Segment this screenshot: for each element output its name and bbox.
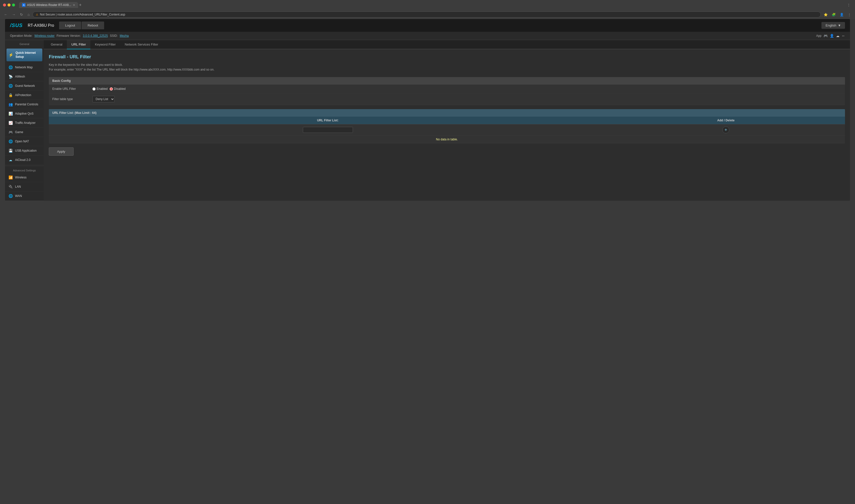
enabled-radio[interactable] xyxy=(92,87,95,91)
sidebar-item-aiprotection[interactable]: 🔒 AiProtection xyxy=(5,91,44,100)
asus-logo: /SUS xyxy=(10,22,23,28)
navigation-bar: ← → ↻ ⌂ ⚠ Not Secure | router.asus.com/A… xyxy=(0,10,855,19)
logout-button[interactable]: Logout xyxy=(59,21,81,29)
new-tab-button[interactable]: + xyxy=(79,2,82,8)
address-bar[interactable]: ⚠ Not Secure | router.asus.com/Advanced_… xyxy=(33,12,821,18)
cloud-icon: ☁ xyxy=(836,34,839,38)
sidebar-item-label: Wireless xyxy=(15,176,26,179)
language-selector[interactable]: English ▼ xyxy=(821,22,845,29)
profile-button[interactable]: 👤 xyxy=(838,12,845,17)
enable-url-filter-row: Enable URL Filter Enabled Disabled xyxy=(49,85,845,93)
sidebar-item-label: USB Application xyxy=(15,149,37,152)
sidebar-item-aicloud[interactable]: ☁ AiCloud 2.0 xyxy=(5,156,44,165)
op-mode-icons: App 🎮 👤 ☁ ↔ xyxy=(816,34,845,38)
no-data-message: No data in table. xyxy=(49,136,845,143)
sidebar-item-parental-controls[interactable]: 👥 Parental Controls xyxy=(5,100,44,109)
settings-button[interactable]: ⋮ xyxy=(846,12,853,17)
disabled-radio[interactable] xyxy=(110,87,113,91)
user-icon: 👤 xyxy=(830,34,834,38)
sidebar-divider xyxy=(5,166,44,166)
security-icon: ⚠ xyxy=(36,13,38,16)
enable-url-filter-controls: Enabled Disabled xyxy=(92,87,126,91)
maximize-traffic-light[interactable] xyxy=(12,3,15,6)
bookmark-button[interactable]: ⭐ xyxy=(822,12,829,17)
url-filter-input[interactable] xyxy=(303,127,353,133)
parental-controls-icon: 👥 xyxy=(8,102,13,106)
sidebar-item-label: Game xyxy=(15,130,23,134)
filter-table-type-row: Filter table type Deny List Allow List xyxy=(49,93,845,105)
lan-icon: 🔌 xyxy=(8,185,13,189)
sidebar-item-label: Parental Controls xyxy=(15,103,38,106)
apply-button[interactable]: Apply xyxy=(49,147,74,156)
sidebar-item-label: AiProtection xyxy=(15,93,31,97)
tab-general[interactable]: General xyxy=(46,40,67,49)
sidebar-item-usb-application[interactable]: 💾 USB Application xyxy=(5,146,44,156)
op-mode-link[interactable]: Wireless router xyxy=(34,34,55,38)
url-filter-list-column: URL Filter List: xyxy=(49,116,607,124)
connect-icon: ↔ xyxy=(841,34,845,38)
usb-application-icon: 💾 xyxy=(8,149,13,152)
sidebar-item-network-map[interactable]: 🌐 Network Map xyxy=(5,63,44,72)
open-nat-icon: 🌐 xyxy=(8,139,13,143)
sidebar-item-traffic-analyzer[interactable]: 📈 Traffic Analyzer xyxy=(5,119,44,128)
filter-table-type-label: Filter table type xyxy=(52,97,92,101)
filter-table-type-controls: Deny List Allow List xyxy=(92,96,114,102)
disabled-radio-label[interactable]: Disabled xyxy=(110,87,126,91)
asus-brand: /SUS xyxy=(10,22,23,28)
quick-setup-label: Quick InternetSetup xyxy=(16,51,36,59)
sidebar-item-aimesh[interactable]: 📡 AiMesh xyxy=(5,72,44,81)
sidebar-item-game[interactable]: 🎮 Game xyxy=(5,128,44,137)
firewall-url-filter-content: Firewall - URL Filter Key in the keyword… xyxy=(44,49,850,161)
sidebar-item-adaptive-qos[interactable]: 📊 Adaptive QoS xyxy=(5,109,44,119)
browser-tab[interactable]: A ASUS Wireless Router RT-AX8... ✕ xyxy=(19,2,78,8)
add-delete-column: Add / Delete xyxy=(607,116,845,124)
sidebar-item-label: AiCloud 2.0 xyxy=(15,158,31,162)
quick-setup-button[interactable]: ⚡ Quick InternetSetup xyxy=(6,49,42,61)
sidebar-item-label: Guest Network xyxy=(15,84,35,88)
sidebar-item-wireless[interactable]: 📶 Wireless xyxy=(5,173,44,182)
extensions-button[interactable]: 🧩 xyxy=(830,12,837,17)
op-mode-label: Operation Mode: xyxy=(10,34,32,38)
content-area: General URL Filter Keyword Filter Networ… xyxy=(44,40,850,201)
back-button[interactable]: ← xyxy=(2,12,9,17)
minimize-traffic-light[interactable] xyxy=(7,3,11,6)
filter-table-type-select[interactable]: Deny List Allow List xyxy=(92,96,114,102)
tab-title: ASUS Wireless Router RT-AX8... xyxy=(27,3,71,7)
sidebar-item-label: Adaptive QoS xyxy=(15,112,34,115)
reboot-button[interactable]: Reboot xyxy=(82,21,104,29)
forward-button[interactable]: → xyxy=(11,12,17,17)
add-delete-cell: + xyxy=(607,124,845,136)
refresh-button[interactable]: ↻ xyxy=(19,12,24,17)
description: Key in the keywords for the sites that y… xyxy=(49,62,845,72)
traffic-analyzer-icon: 📈 xyxy=(8,121,13,125)
close-traffic-light[interactable] xyxy=(3,3,6,6)
sidebar-item-guest-network[interactable]: 🌐 Guest Network xyxy=(5,81,44,91)
adaptive-qos-icon: 📊 xyxy=(8,112,13,115)
tab-url-filter[interactable]: URL Filter xyxy=(67,40,90,49)
tab-network-services-filter[interactable]: Network Services Filter xyxy=(120,40,163,49)
wan-icon: 🌐 xyxy=(8,194,13,198)
browser-action-buttons: ⭐ 🧩 👤 ⋮ xyxy=(822,12,853,17)
url-filter-input-row: + xyxy=(49,124,845,136)
add-url-filter-button[interactable]: + xyxy=(722,126,729,133)
browser-chrome: A ASUS Wireless Router RT-AX8... ✕ + ⋮ ←… xyxy=(0,0,855,19)
header-navigation: Logout Reboot xyxy=(59,21,104,29)
operation-mode-bar: Operation Mode: Wireless router Firmware… xyxy=(5,32,850,40)
sidebar-item-open-nat[interactable]: 🌐 Open NAT xyxy=(5,137,44,146)
title-bar: A ASUS Wireless Router RT-AX8... ✕ + ⋮ xyxy=(0,0,855,10)
sidebar-item-lan[interactable]: 🔌 LAN xyxy=(5,182,44,192)
enabled-radio-label[interactable]: Enabled xyxy=(92,87,108,91)
firmware-label: Firmware Version: xyxy=(57,34,81,38)
content-tabs: General URL Filter Keyword Filter Networ… xyxy=(44,40,850,49)
guest-network-icon: 🌐 xyxy=(8,84,13,88)
tab-close-button[interactable]: ✕ xyxy=(73,3,75,7)
advanced-section-label: Advanced Settings xyxy=(5,167,44,173)
tab-keyword-filter[interactable]: Keyword Filter xyxy=(90,40,120,49)
home-button[interactable]: ⌂ xyxy=(26,12,31,17)
sidebar-item-wan[interactable]: 🌐 WAN xyxy=(5,192,44,201)
firmware-link[interactable]: 3.0.0.4.388_22525 xyxy=(83,34,108,38)
browser-menu-button[interactable]: ⋮ xyxy=(845,2,852,8)
url-input-cell xyxy=(49,124,607,136)
game-icon: 🎮 xyxy=(8,130,13,134)
ssid-link[interactable]: Mezha xyxy=(120,34,129,38)
